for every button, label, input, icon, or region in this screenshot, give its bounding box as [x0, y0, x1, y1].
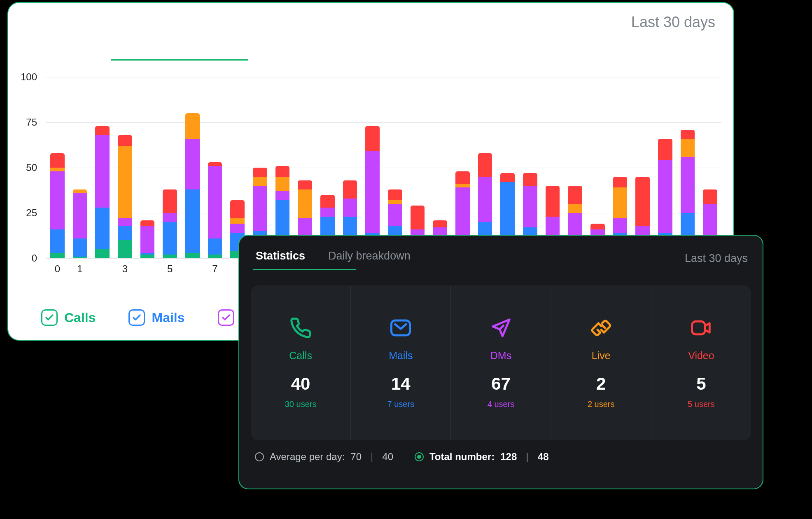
- stat-card-video[interactable]: Video 5 5 users: [651, 285, 751, 440]
- bar-segment: [163, 189, 177, 213]
- bar-stack: [253, 77, 267, 258]
- stat-label: Calls: [289, 350, 312, 362]
- bar-segment: [388, 200, 402, 204]
- x-tick: 7: [208, 263, 222, 275]
- stat-card-calls[interactable]: Calls 40 30 users: [251, 285, 351, 440]
- bar-segment: [568, 186, 582, 204]
- bar-segment: [635, 177, 650, 226]
- bar-segment: [703, 204, 717, 236]
- bar-segment: [523, 173, 537, 186]
- bar-stack: [523, 77, 537, 258]
- footer-avg-b: 40: [382, 451, 393, 463]
- bar-segment: [50, 168, 65, 171]
- tab-daily-breakdown[interactable]: Daily breakdown: [327, 246, 412, 271]
- chart-legend: Calls Mails: [41, 309, 234, 326]
- separator: |: [526, 451, 529, 463]
- x-tick: [185, 263, 200, 275]
- stat-label: DMs: [490, 350, 511, 362]
- bar-segment: [320, 217, 335, 236]
- bar-segment: [658, 139, 672, 161]
- x-tick: 1: [73, 263, 87, 275]
- bar-segment: [73, 193, 87, 238]
- bar-segment: [230, 218, 245, 224]
- bar-segment: [590, 224, 605, 229]
- bar-segment: [185, 113, 200, 139]
- bar-stack: [275, 77, 290, 258]
- bar-stack: [500, 77, 515, 258]
- stat-label: Mails: [389, 350, 413, 362]
- bar-segment: [208, 162, 222, 166]
- bar-segment: [298, 189, 312, 218]
- y-tick: 50: [26, 162, 37, 173]
- bar-segment: [546, 186, 560, 217]
- bar-segment: [253, 177, 267, 186]
- footer-avg-a: 70: [350, 451, 362, 463]
- bar-segment: [95, 208, 110, 249]
- bar-segment: [50, 229, 65, 253]
- bar-stack: [298, 77, 312, 258]
- bar-segment: [275, 177, 290, 191]
- bar-segment: [298, 180, 312, 189]
- stat-value: 5: [696, 374, 706, 394]
- stat-users: 2 users: [588, 400, 615, 409]
- bar-segment: [140, 220, 155, 226]
- bar-segment: [388, 189, 402, 200]
- footer-total-b: 48: [538, 451, 549, 463]
- bar-stack: [140, 77, 155, 258]
- bar-stack: [546, 77, 560, 258]
- bar-segment: [343, 199, 357, 217]
- bar-stack: [230, 77, 245, 258]
- legend-label: Calls: [64, 310, 96, 325]
- bar-segment: [275, 200, 290, 240]
- bar-stack: [95, 77, 110, 258]
- stat-users: 5 users: [688, 400, 715, 409]
- bar-stack: [703, 77, 717, 258]
- bar-segment: [320, 208, 335, 217]
- bar-segment: [118, 226, 132, 240]
- bar-stack: [658, 77, 672, 258]
- bar-segment: [681, 130, 695, 139]
- chart-body: 0255075100 01357: [17, 77, 721, 258]
- y-tick: 100: [21, 71, 37, 83]
- y-tick: 0: [32, 252, 37, 264]
- y-axis: 0255075100: [17, 77, 42, 258]
- legend-item-calls[interactable]: Calls: [41, 309, 96, 326]
- bar-segment: [140, 255, 155, 258]
- chart-bars: [46, 77, 721, 258]
- stat-value: 14: [391, 374, 411, 394]
- bar-segment: [95, 249, 110, 258]
- bar-segment: [118, 218, 132, 226]
- bar-segment: [568, 204, 582, 213]
- x-tick: [140, 263, 155, 275]
- bar-segment: [118, 146, 132, 218]
- checkbox-icon: [128, 309, 145, 326]
- footer-average[interactable]: Average per day: 70 | 40: [255, 451, 393, 463]
- bar-segment: [613, 177, 628, 187]
- bar-segment: [275, 166, 290, 177]
- legend-item-partial[interactable]: [218, 309, 234, 326]
- bar-segment: [50, 171, 65, 229]
- bar-stack: [73, 77, 87, 258]
- bar-segment: [50, 153, 65, 168]
- legend-item-mails[interactable]: Mails: [128, 309, 184, 326]
- chart-header: Last 30 days: [16, 14, 719, 31]
- bar-segment: [411, 206, 425, 229]
- footer-total-label: Total number:: [429, 451, 495, 463]
- y-tick: 25: [26, 207, 37, 219]
- bar-segment: [365, 126, 380, 152]
- bar-segment: [208, 238, 222, 255]
- bar-segment: [681, 139, 695, 157]
- bar-segment: [388, 204, 402, 226]
- footer-total[interactable]: Total number: 128 | 48: [415, 451, 549, 463]
- tab-statistics[interactable]: Statistics: [254, 246, 307, 271]
- stat-value: 2: [596, 374, 606, 394]
- stat-card-live[interactable]: Live 2 2 users: [551, 285, 651, 440]
- bar-segment: [500, 173, 515, 182]
- bar-segment: [95, 135, 110, 208]
- stat-card-dms[interactable]: DMs 67 4 users: [451, 285, 551, 440]
- bar-segment: [253, 186, 267, 231]
- bar-segment: [163, 222, 177, 255]
- stat-card-mails[interactable]: Mails 14 7 users: [351, 285, 451, 440]
- bar-stack: [50, 77, 65, 258]
- bar-segment: [613, 187, 628, 218]
